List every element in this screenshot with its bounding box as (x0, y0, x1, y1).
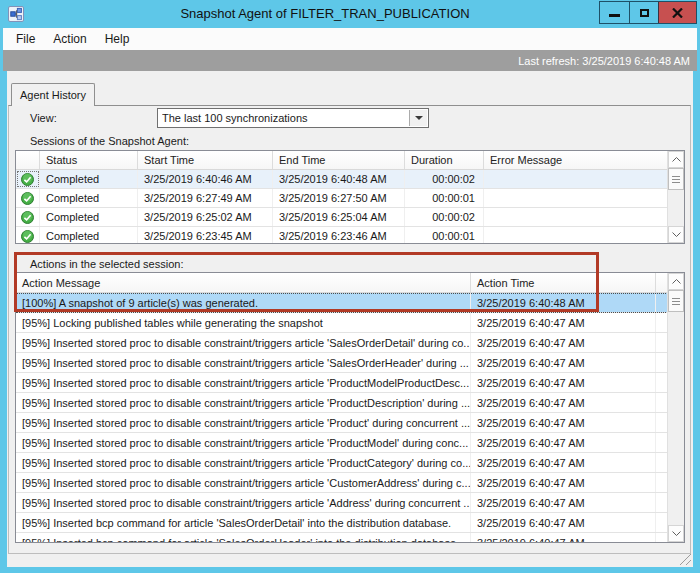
scroll-up-button[interactable] (668, 151, 684, 168)
menu-item-action[interactable]: Action (44, 28, 95, 50)
tab-label: Agent History (20, 89, 86, 101)
scroll-thumb[interactable] (668, 290, 684, 312)
menu-item-file[interactable]: File (7, 28, 44, 50)
view-dropdown-value: The last 100 synchronizations (162, 109, 408, 127)
action-time: 3/25/2019 6:40:47 AM (471, 433, 656, 452)
view-dropdown-button[interactable] (409, 110, 427, 126)
action-row[interactable]: [100%] A snapshot of 9 article(s) was ge… (16, 293, 684, 313)
minimize-button[interactable] (600, 2, 629, 23)
grip-icon (672, 298, 680, 305)
status-ok-icon (16, 189, 40, 207)
action-row[interactable]: [95%] Locking published tables while gen… (16, 313, 684, 333)
action-time: 3/25/2019 6:40:47 AM (471, 373, 656, 392)
action-time: 3/25/2019 6:40:47 AM (471, 513, 656, 532)
session-status: Completed (40, 208, 138, 226)
action-time: 3/25/2019 6:40:47 AM (471, 453, 656, 472)
scroll-up-button[interactable] (668, 273, 684, 290)
session-start-time: 3/25/2019 6:23:45 AM (138, 227, 273, 244)
action-row[interactable]: [95%] Inserted stored proc to disable co… (16, 473, 684, 493)
column-header-start-time[interactable]: Start Time (138, 151, 273, 169)
status-ok-icon (16, 170, 40, 188)
scroll-thumb[interactable] (668, 168, 684, 190)
action-row[interactable]: [95%] Inserted stored proc to disable co… (16, 453, 684, 473)
column-header-status[interactable]: Status (40, 151, 138, 169)
action-time: 3/25/2019 6:40:47 AM (471, 533, 656, 543)
actions-rows: [100%] A snapshot of 9 article(s) was ge… (16, 293, 684, 543)
last-refresh-bar: Last refresh: 3/25/2019 6:40:48 AM (3, 50, 697, 71)
session-duration: 00:00:02 (405, 170, 484, 188)
action-time: 3/25/2019 6:40:47 AM (471, 473, 656, 492)
column-header-end-time[interactable]: End Time (273, 151, 405, 169)
minimize-icon (609, 14, 620, 17)
session-end-time: 3/25/2019 6:27:50 AM (273, 189, 405, 207)
action-row[interactable]: [95%] Inserted stored proc to disable co… (16, 333, 684, 353)
tab-agent-history[interactable]: Agent History (11, 83, 95, 106)
session-end-time: 3/25/2019 6:40:48 AM (273, 170, 405, 188)
session-error-message (484, 227, 684, 244)
menu-item-help[interactable]: Help (96, 28, 139, 50)
action-row[interactable]: [95%] Inserted stored proc to disable co… (16, 373, 684, 393)
column-header-duration[interactable]: Duration (405, 151, 484, 169)
session-row[interactable]: Completed 3/25/2019 6:25:02 AM 3/25/2019… (16, 208, 684, 227)
action-time: 3/25/2019 6:40:47 AM (471, 313, 656, 332)
view-dropdown[interactable]: The last 100 synchronizations (157, 108, 429, 128)
action-time: 3/25/2019 6:40:47 AM (471, 353, 656, 372)
chevron-up-icon (672, 279, 681, 284)
action-message: [95%] Inserted stored proc to disable co… (16, 473, 471, 492)
window-title: Snapshot Agent of FILTER_TRAN_PUBLICATIO… (60, 0, 590, 28)
scroll-down-button[interactable] (668, 525, 684, 542)
status-ok-icon (16, 208, 40, 226)
status-ok-icon (16, 227, 40, 244)
session-duration: 00:00:01 (405, 227, 484, 244)
action-row[interactable]: [95%] Inserted stored proc to disable co… (16, 393, 684, 413)
action-row[interactable]: [95%] Inserted bcp command for article '… (16, 513, 684, 533)
session-row[interactable]: Completed 3/25/2019 6:23:45 AM 3/25/2019… (16, 227, 684, 244)
close-button[interactable] (658, 2, 696, 23)
sessions-table-header: Status Start Time End Time Duration Erro… (16, 151, 684, 170)
actions-scrollbar[interactable] (667, 273, 684, 542)
session-error-message (484, 189, 684, 207)
action-message: [100%] A snapshot of 9 article(s) was ge… (16, 293, 471, 312)
column-header-action-time[interactable]: Action Time (471, 273, 656, 292)
maximize-button[interactable] (629, 2, 658, 23)
session-duration: 00:00:02 (405, 208, 484, 226)
action-row[interactable]: [95%] Inserted stored proc to disable co… (16, 493, 684, 513)
title-bar: Snapshot Agent of FILTER_TRAN_PUBLICATIO… (0, 0, 700, 28)
session-error-message (484, 208, 684, 226)
session-row[interactable]: Completed 3/25/2019 6:40:46 AM 3/25/2019… (16, 170, 684, 189)
app-icon (8, 6, 24, 22)
chevron-down-icon (672, 531, 681, 536)
session-start-time: 3/25/2019 6:27:49 AM (138, 189, 273, 207)
column-header-action-message[interactable]: Action Message (16, 273, 471, 292)
scroll-down-button[interactable] (668, 226, 684, 243)
session-status: Completed (40, 227, 138, 244)
action-row[interactable]: [95%] Inserted stored proc to disable co… (16, 433, 684, 453)
column-header-status-icon[interactable] (16, 151, 40, 169)
session-row[interactable]: Completed 3/25/2019 6:27:49 AM 3/25/2019… (16, 189, 684, 208)
session-error-message (484, 170, 684, 188)
session-start-time: 3/25/2019 6:25:02 AM (138, 208, 273, 226)
session-end-time: 3/25/2019 6:25:04 AM (273, 208, 405, 226)
chevron-down-icon (672, 232, 681, 237)
close-icon (672, 8, 683, 18)
view-label: View: (30, 112, 57, 124)
snapshot-agent-window: Snapshot Agent of FILTER_TRAN_PUBLICATIO… (0, 0, 700, 573)
action-row[interactable]: [95%] Inserted stored proc to disable co… (16, 413, 684, 433)
menu-bar: File Action Help (3, 28, 697, 50)
chevron-down-icon (415, 116, 423, 120)
action-message: [95%] Inserted stored proc to disable co… (16, 373, 471, 392)
sessions-scrollbar[interactable] (667, 151, 684, 243)
session-duration: 00:00:01 (405, 189, 484, 207)
action-time: 3/25/2019 6:40:47 AM (471, 413, 656, 432)
sessions-table: Status Start Time End Time Duration Erro… (15, 150, 685, 244)
chevron-up-icon (672, 157, 681, 162)
last-refresh-text: Last refresh: 3/25/2019 6:40:48 AM (518, 55, 690, 67)
action-row[interactable]: [95%] Inserted bcp command for article '… (16, 533, 684, 543)
action-message: [95%] Inserted stored proc to disable co… (16, 433, 471, 452)
session-status: Completed (40, 170, 138, 188)
action-row[interactable]: [95%] Inserted stored proc to disable co… (16, 353, 684, 373)
action-time: 3/25/2019 6:40:47 AM (471, 393, 656, 412)
action-message: [95%] Inserted bcp command for article '… (16, 513, 471, 532)
column-header-error-message[interactable]: Error Message (484, 151, 684, 169)
action-message: [95%] Inserted stored proc to disable co… (16, 353, 471, 372)
